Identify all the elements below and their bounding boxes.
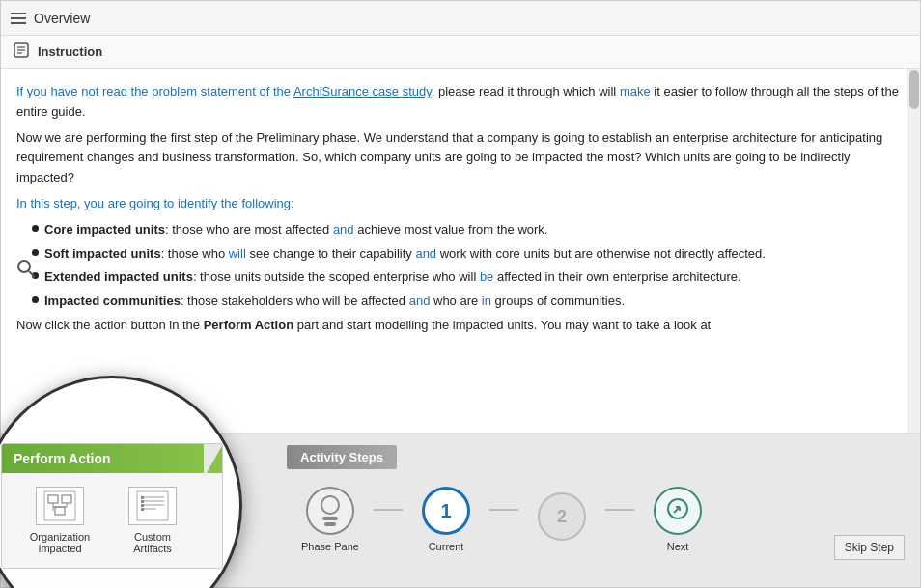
- instruction-label: Instruction: [38, 44, 102, 59]
- paragraph-2: Now we are performing the first step of …: [16, 128, 905, 188]
- action-item-org-impacted[interactable]: Organization Impacted: [21, 487, 98, 554]
- step-connector-2: [489, 509, 518, 511]
- activity-steps-header: Activity Steps: [287, 445, 397, 469]
- steps-and-skip: Phase Pane 1 Current 2: [287, 479, 905, 560]
- main-window: Overview Instruction If you have not rea…: [0, 0, 921, 588]
- search-icon[interactable]: [16, 259, 36, 283]
- bullet-item-core: Core impacted units: those who are most …: [32, 220, 905, 240]
- bottom-section: Perform Action: [1, 433, 920, 587]
- svg-point-4: [18, 261, 30, 272]
- steps-row: Phase Pane 1 Current 2: [287, 479, 721, 560]
- activity-steps-area: Activity Steps Phase Pane: [271, 434, 920, 587]
- header-bar: Overview: [1, 1, 920, 36]
- next-label: Next: [667, 541, 689, 552]
- skip-step-button[interactable]: Skip Step: [834, 535, 905, 560]
- bullet-item-communities: Impacted communities: those stakeholders…: [32, 292, 905, 312]
- perform-action-area: Perform Action: [1, 434, 271, 587]
- content-text: If you have not read the problem stateme…: [16, 82, 905, 336]
- step-connector-1: [374, 509, 403, 511]
- svg-rect-22: [141, 508, 144, 511]
- step-item-phase-pane: Phase Pane: [287, 487, 374, 552]
- instruction-icon: [13, 42, 30, 62]
- perform-action-box: Perform Action: [1, 443, 223, 569]
- phase-pane-label: Phase Pane: [301, 541, 359, 552]
- org-impacted-icon-box: [36, 487, 84, 525]
- bullet-item-extended: Extended impacted units: those units out…: [32, 267, 905, 288]
- svg-line-5: [29, 271, 35, 277]
- paragraph-4: Now click the action button in the Perfo…: [16, 316, 905, 336]
- svg-rect-19: [141, 496, 144, 499]
- phase-pane-circle: [306, 487, 354, 535]
- perform-action-header: Perform Action: [2, 444, 222, 473]
- custom-artifacts-icon-box: [128, 487, 177, 525]
- instruction-bar: Instruction: [1, 36, 920, 69]
- org-impacted-icon: [42, 490, 77, 522]
- scrollbar-thumb: [909, 70, 919, 109]
- current-circle: 1: [422, 487, 470, 535]
- hamburger-icon[interactable]: [11, 13, 26, 24]
- next-step-circle: [654, 487, 702, 535]
- action-item-custom-artifacts[interactable]: Custom Artifacts: [114, 487, 191, 554]
- paragraph-3: In this step, you are going to identify …: [16, 194, 905, 214]
- archisurance-link[interactable]: ArchiSurance case study: [293, 84, 432, 98]
- paragraph-1: If you have not read the problem stateme…: [16, 82, 905, 123]
- scrollbar[interactable]: [907, 69, 920, 433]
- svg-rect-21: [141, 504, 144, 507]
- next-step-icon: [666, 497, 689, 524]
- step-item-next: Next: [634, 487, 721, 552]
- custom-artifacts-icon: [135, 490, 170, 522]
- svg-rect-20: [141, 500, 144, 503]
- perform-action-items: Organization Impacted: [2, 473, 222, 568]
- current-label: Current: [429, 541, 464, 552]
- bullet-list: Core impacted units: those who are most …: [32, 220, 905, 312]
- step-item-current: 1 Current: [403, 487, 489, 552]
- step-2-circle: 2: [538, 492, 586, 541]
- custom-artifacts-label: Custom Artifacts: [114, 531, 191, 554]
- org-impacted-label: Organization Impacted: [21, 531, 98, 554]
- header-title: Overview: [34, 11, 90, 26]
- bullet-item-soft: Soft impacted units: those who will see …: [32, 244, 905, 265]
- step-connector-3: [605, 509, 634, 511]
- step-item-2: 2: [518, 492, 605, 546]
